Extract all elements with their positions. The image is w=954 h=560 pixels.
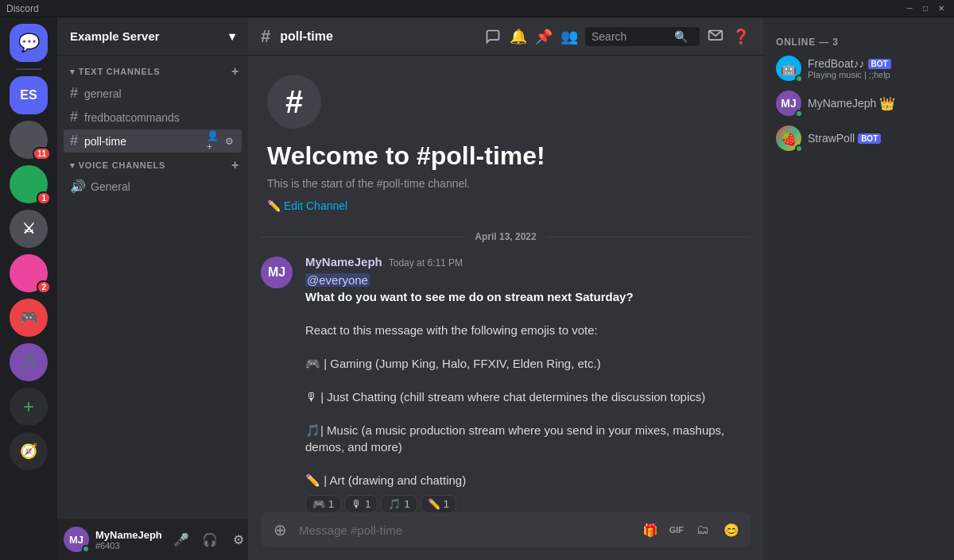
message-input-wrap: ⊕ 🎁 GIF 🗂 😊	[261, 512, 750, 547]
channel-item-fredboatcommands[interactable]: # fredboatcommands	[64, 106, 242, 129]
invite-icon[interactable]: 👤+	[207, 135, 219, 148]
speaker-icon: 🔊	[70, 179, 86, 194]
server-icon-sv6[interactable]: 🎮	[10, 299, 48, 337]
mute-button[interactable]: 🎤	[169, 527, 194, 552]
voice-channels-section: ▾ Voice Channels + 🔊 General	[57, 156, 248, 197]
message-option3: 🎵| Music (a music production stream wher…	[305, 423, 724, 454]
member-info-strawpoll: StrawPoll BOT	[808, 132, 941, 145]
maximize-button[interactable]: □	[919, 2, 932, 15]
server-icon-sv4[interactable]: ⚔	[10, 210, 48, 248]
server-header[interactable]: Example Server ▾	[57, 17, 248, 56]
server-name: Example Server	[70, 29, 160, 43]
member-item-strawpoll[interactable]: 🍓 StrawPoll BOT	[770, 121, 948, 156]
server-icon-sv7[interactable]: 🎵	[10, 343, 48, 381]
mention-everyone[interactable]: @everyone	[305, 273, 370, 287]
notifications-button[interactable]: 🔔	[509, 27, 528, 46]
gaming-count: 1	[328, 498, 334, 510]
server-divider	[16, 68, 41, 70]
reaction-gaming[interactable]: 🎮 1	[305, 495, 341, 512]
voice-channel-general[interactable]: 🔊 General	[64, 176, 242, 197]
server-icon-sv3[interactable]: 1	[10, 165, 48, 203]
reaction-art[interactable]: ✏️ 1	[421, 495, 456, 512]
crown-icon: 👑	[879, 96, 895, 111]
settings-icon[interactable]: ⚙	[223, 135, 235, 148]
art-count: 1	[444, 498, 449, 510]
user-bar: MJ MyNameJeph #6403 🎤 🎧 ⚙	[57, 519, 248, 560]
chatting-emoji: 🎙	[351, 498, 362, 510]
online-status-dot	[82, 545, 90, 553]
text-channels-header[interactable]: ▾ Text Channels +	[57, 62, 248, 81]
server-icon-discord-home[interactable]: 💬	[10, 24, 48, 62]
message-avatar[interactable]: MJ	[261, 257, 293, 288]
member-status-strawpoll	[795, 145, 803, 153]
message-header: MyNameJeph Today at 6:11 PM	[305, 255, 750, 268]
reaction-music[interactable]: 🎵 1	[381, 495, 417, 512]
sticker-button[interactable]: 🗂	[690, 517, 716, 543]
member-name-wrap-mynamejeph: MyNameJeph 👑	[808, 96, 941, 111]
search-icon: 🔍	[674, 30, 688, 43]
date-separator: April 13, 2022	[248, 225, 763, 249]
message-option4: ✏️ | Art (drawing and chatting)	[305, 473, 466, 487]
right-sidebar: ONLINE — 3 🤖 FredBoat♪♪ BOT Playing musi…	[763, 17, 954, 560]
gif-button[interactable]: GIF	[666, 517, 687, 543]
bot-badge-strawpoll: BOT	[858, 133, 881, 144]
member-status-fredboat	[795, 75, 803, 83]
help-button[interactable]: ❓	[731, 27, 750, 46]
message-input[interactable]	[296, 517, 638, 543]
channel-item-general[interactable]: # general	[64, 82, 242, 105]
channel-actions: 👤+ ⚙	[207, 135, 235, 148]
chatting-count: 1	[365, 498, 370, 510]
user-tag: #6403	[95, 541, 162, 550]
add-text-channel-button[interactable]: +	[229, 65, 242, 78]
threads-button[interactable]	[483, 27, 502, 46]
date-text: April 13, 2022	[465, 231, 545, 242]
explore-servers-button[interactable]: 🧭	[10, 432, 48, 470]
channel-intro-desc: This is the start of the #poll-time chan…	[267, 177, 744, 190]
members-button[interactable]: 👥	[560, 27, 579, 46]
server-icon-example-server[interactable]: ES	[10, 76, 48, 114]
channel-name-poll-time: poll-time	[84, 135, 202, 148]
user-avatar-wrap[interactable]: MJ	[64, 527, 89, 552]
window-controls: ─ □ ✕	[903, 2, 948, 15]
member-info-mynamejeph: MyNameJeph 👑	[808, 96, 941, 111]
channel-name-general: general	[84, 87, 235, 100]
search-box[interactable]: 🔍	[585, 27, 700, 46]
messages-area[interactable]: # Welcome to #poll-time! This is the sta…	[248, 56, 763, 512]
app-title: Discord	[6, 3, 39, 14]
channel-intro-title: Welcome to #poll-time!	[267, 141, 744, 171]
message-line1: React to this message with the following…	[305, 323, 598, 337]
message-username[interactable]: MyNameJeph	[305, 255, 382, 268]
voice-channel-name: General	[91, 180, 130, 193]
gift-button[interactable]: 🎁	[638, 517, 663, 543]
edit-channel-button[interactable]: ✏️ Edit Channel	[267, 199, 744, 212]
inbox-button[interactable]	[706, 27, 725, 46]
add-server-button[interactable]: +	[10, 388, 48, 426]
music-count: 1	[404, 498, 409, 510]
channel-item-poll-time[interactable]: # poll-time 👤+ ⚙	[64, 129, 242, 153]
deafen-button[interactable]: 🎧	[197, 527, 223, 552]
member-item-fredboat[interactable]: 🤖 FredBoat♪♪ BOT Playing music | ;;help	[770, 51, 948, 86]
channel-hash-icon: #	[261, 26, 270, 47]
reaction-chatting[interactable]: 🎙 1	[344, 495, 378, 512]
channel-list: ▾ Text Channels + # general # fredboatco…	[57, 56, 248, 519]
date-line-right	[546, 237, 750, 238]
minimize-button[interactable]: ─	[903, 2, 916, 15]
online-section: ONLINE — 3 🤖 FredBoat♪♪ BOT Playing musi…	[770, 30, 948, 156]
pin-button[interactable]: 📌	[534, 27, 553, 46]
search-input[interactable]	[591, 30, 671, 43]
user-settings-button[interactable]: ⚙	[226, 527, 251, 552]
emoji-button[interactable]: 😊	[719, 517, 744, 543]
hash-icon: #	[70, 85, 78, 102]
server-icon-sv2[interactable]: 11	[10, 121, 48, 159]
channel-intro: # Welcome to #poll-time! This is the sta…	[248, 56, 763, 225]
reactions: 🎮 1 🎙 1 🎵 1 ✏️ 1	[305, 495, 750, 512]
main-content: # poll-time 🔔 📌 👥 🔍 ❓	[248, 17, 763, 560]
voice-channels-header[interactable]: ▾ Voice Channels +	[57, 156, 248, 175]
add-voice-channel-button[interactable]: +	[229, 159, 242, 172]
online-header: ONLINE — 3	[770, 30, 948, 51]
server-icon-sv5[interactable]: 2	[10, 254, 48, 292]
member-item-mynamejeph[interactable]: MJ MyNameJeph 👑	[770, 86, 948, 121]
header-actions: 🔔 📌 👥 🔍 ❓	[483, 27, 750, 46]
close-button[interactable]: ✕	[935, 2, 948, 15]
attach-button[interactable]: ⊕	[267, 517, 293, 543]
